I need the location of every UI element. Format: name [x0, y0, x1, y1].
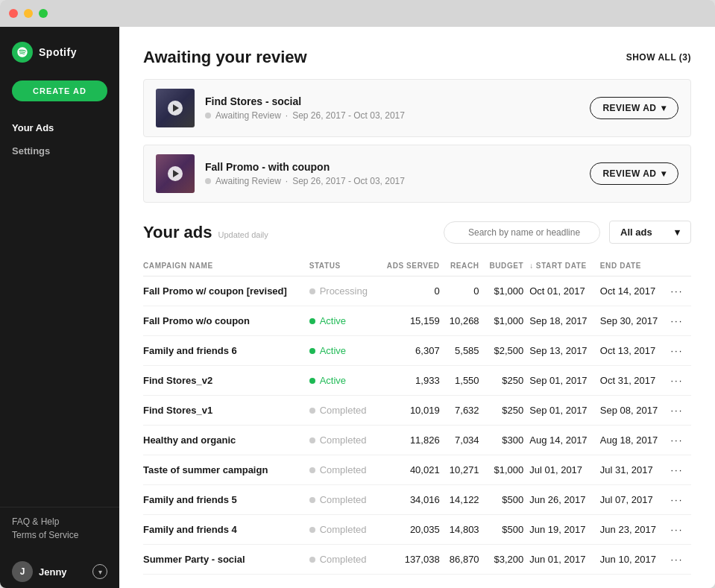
status-label: Completed	[320, 554, 367, 565]
ads-served-cell: 20,035	[380, 515, 445, 545]
budget-cell: $1,000	[485, 276, 530, 306]
status-label: Active	[320, 345, 346, 356]
campaign-name-cell: Fall Promo w/o coupon	[143, 306, 309, 336]
reach-cell: 1,550	[446, 366, 485, 396]
ads-served-cell: 6,307	[380, 336, 445, 366]
status-dot	[309, 348, 315, 354]
main-content: Awaiting your review SHOW ALL (3) Find S…	[119, 27, 715, 588]
th-budget: BUDGET	[485, 256, 530, 276]
review-thumb-2	[156, 154, 195, 193]
status-dot	[309, 318, 315, 324]
status-cell: Completed	[309, 485, 381, 515]
status-cell: Processing	[309, 276, 381, 306]
ads-served-cell: 1,933	[380, 366, 445, 396]
create-ad-button[interactable]: CREATE AD	[12, 80, 107, 101]
start-date-cell: Sep 01, 2017	[529, 366, 600, 396]
budget-cell: $500	[485, 515, 530, 545]
sidebar-footer: FAQ & Help Terms of Service	[0, 507, 119, 552]
budget-cell: $250	[485, 396, 530, 426]
status-label: Completed	[320, 494, 367, 505]
budget-cell: $250	[485, 366, 530, 396]
sidebar: Spotify CREATE AD Your Ads Settings FAQ …	[0, 27, 119, 588]
start-date-cell: Sep 13, 2017	[529, 336, 600, 366]
campaign-name-cell: Family and friends 4	[143, 515, 309, 545]
table-row: Find Stores_v2 Active 1,933 1,550 $250 S…	[143, 366, 691, 396]
start-date-cell: Sep 18, 2017	[529, 306, 600, 336]
start-date-cell: Jun 26, 2017	[529, 485, 600, 515]
end-date-cell: Oct 13, 2017	[600, 336, 671, 366]
user-menu-chevron[interactable]: ▾	[92, 564, 107, 579]
titlebar	[0, 0, 715, 27]
actions-cell[interactable]: ···	[670, 426, 691, 455]
actions-cell[interactable]: ···	[670, 366, 691, 396]
review-ad-button-1[interactable]: REVIEW AD ▾	[590, 97, 678, 119]
end-date-cell: Jul 31, 2017	[600, 455, 671, 485]
status-label: Completed	[320, 464, 367, 475]
end-date-cell: Oct 31, 2017	[600, 366, 671, 396]
ads-served-cell: 15,159	[380, 306, 445, 336]
status-label: Active	[320, 315, 346, 326]
search-input[interactable]	[444, 221, 600, 244]
filter-chevron-icon: ▾	[675, 227, 680, 238]
your-ads-controls: All ads ▾	[444, 221, 691, 244]
status-cell: Active	[309, 306, 381, 336]
th-ads-served: ADS SERVED	[380, 256, 445, 276]
review-meta-1: Awaiting Review · Sep 26, 2017 - Oct 03,…	[205, 110, 590, 121]
sidebar-logo-text: Spotify	[39, 46, 77, 58]
status-cell: Completed	[309, 515, 381, 545]
actions-cell[interactable]: ···	[670, 485, 691, 515]
actions-cell[interactable]: ···	[670, 336, 691, 366]
ads-served-cell: 10,019	[380, 396, 445, 426]
search-wrap	[444, 221, 600, 244]
actions-cell[interactable]: ···	[670, 306, 691, 336]
status-label: Completed	[320, 405, 367, 416]
ads-served-cell: 40,021	[380, 455, 445, 485]
close-button[interactable]	[9, 9, 18, 18]
budget-cell: $300	[485, 426, 530, 455]
end-date-cell: Oct 14, 2017	[600, 276, 671, 306]
thumb-inner-2	[156, 154, 195, 193]
review-dates-1: Sep 26, 2017 - Oct 03, 2017	[292, 110, 405, 121]
end-date-cell: Sep 30, 2017	[600, 306, 671, 336]
maximize-button[interactable]	[39, 9, 48, 18]
status-dot	[309, 557, 315, 563]
th-start-date[interactable]: ↓ START DATE	[529, 256, 600, 276]
end-date-cell: Jun 23, 2017	[600, 515, 671, 545]
actions-cell[interactable]: ···	[670, 515, 691, 545]
terms-link[interactable]: Terms of Service	[12, 530, 107, 540]
actions-cell[interactable]: ···	[670, 455, 691, 485]
table-row: Taste of summer campaign Completed 40,02…	[143, 455, 691, 485]
faq-help-link[interactable]: FAQ & Help	[12, 516, 107, 527]
minimize-button[interactable]	[24, 9, 33, 18]
table-row: Family and friends 6 Active 6,307 5,585 …	[143, 336, 691, 366]
review-ad-button-2[interactable]: REVIEW AD ▾	[590, 162, 678, 185]
campaign-name-cell: Family and friends 6	[143, 336, 309, 366]
status-cell: Completed	[309, 426, 381, 455]
status-label: Completed	[320, 524, 367, 535]
actions-cell[interactable]: ···	[670, 545, 691, 575]
actions-cell[interactable]: ···	[670, 396, 691, 426]
campaign-name-cell: Find Stores_v1	[143, 396, 309, 426]
status-dot	[309, 288, 315, 294]
status-dot	[309, 408, 315, 414]
start-date-cell: Jun 19, 2017	[529, 515, 600, 545]
sidebar-item-your-ads[interactable]: Your Ads	[0, 116, 119, 139]
status-label: Processing	[320, 285, 368, 297]
campaign-name-cell: Find Stores_v2	[143, 366, 309, 396]
sidebar-item-settings[interactable]: Settings	[0, 139, 119, 162]
th-actions	[670, 256, 691, 276]
status-dot	[309, 527, 315, 533]
your-ads-subtitle: Updated daily	[218, 230, 268, 239]
filter-dropdown[interactable]: All ads ▾	[609, 221, 691, 244]
ads-served-cell: 11,826	[380, 426, 445, 455]
actions-cell[interactable]: ···	[670, 276, 691, 306]
budget-cell: $1,000	[485, 306, 530, 336]
show-all-link[interactable]: SHOW ALL (3)	[626, 52, 691, 63]
table-row: Family and friends 4 Completed 20,035 14…	[143, 515, 691, 545]
table-row: Family and friends 5 Completed 34,016 14…	[143, 485, 691, 515]
ads-served-cell: 0	[380, 276, 445, 306]
budget-cell: $500	[485, 485, 530, 515]
review-thumb-1	[156, 89, 195, 127]
reach-cell: 7,632	[446, 396, 485, 426]
th-end-date: END DATE	[600, 256, 671, 276]
